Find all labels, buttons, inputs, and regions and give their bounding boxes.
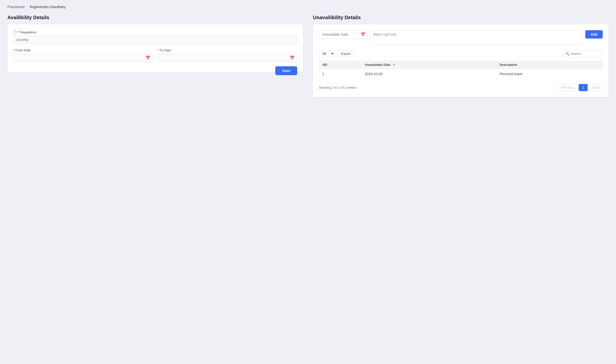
date-row: * From Date 📅 * To Date 📅 [13, 48, 297, 62]
export-button[interactable]: Export [337, 50, 355, 57]
breadcrumb-current: Raghvendra chaudhary [30, 5, 66, 9]
repetitions-label: ? * Repetitions [13, 30, 297, 34]
col-description: Description [496, 60, 603, 69]
unavailability-card: 📅 Add 25 50 100 Export 🔍 [313, 24, 609, 97]
table-header: #ID Unavailable Date ▼ Description [319, 60, 603, 69]
search-icon: 🔍 [565, 52, 570, 56]
main-layout: Availibility Details ? * Repetitions * F… [7, 15, 609, 97]
unavail-calendar-icon[interactable]: 📅 [361, 32, 366, 37]
required-star-repetitions: * [18, 30, 19, 34]
from-date-label: * From Date [13, 48, 153, 52]
unavailability-table: #ID Unavailable Date ▼ Description 1 [319, 60, 603, 79]
availability-title: Availibility Details [7, 15, 303, 20]
unavailability-description-input[interactable] [370, 30, 583, 45]
sort-icon: ▼ [393, 63, 396, 66]
breadcrumb-separator: › [27, 5, 28, 9]
unavail-date-wrapper: 📅 [319, 30, 368, 39]
per-page-select[interactable]: 25 50 100 [319, 50, 335, 57]
repetitions-input[interactable] [13, 36, 297, 44]
cell-description: Personal leave [496, 69, 603, 79]
search-wrap: 🔍 [563, 50, 603, 57]
unavailability-title: Unavailibility Details [313, 15, 609, 20]
previous-button[interactable]: Previous [558, 84, 578, 91]
to-date-group: * To Date 📅 [158, 48, 297, 62]
save-button[interactable]: Save [275, 66, 297, 75]
to-date-label: * To Date [158, 48, 297, 52]
table-row: 1 2024-10-26 Personal leave [319, 69, 603, 79]
next-button[interactable]: Next [589, 84, 603, 91]
pagination-row: Showing 1 to 1 of 1 entries Previous 1 N… [319, 84, 603, 91]
to-date-wrapper: 📅 [158, 54, 297, 62]
showing-text: Showing 1 to 1 of 1 entries [319, 86, 357, 89]
unavailability-input-row: 📅 Add [319, 30, 603, 45]
breadcrumb-practitioner[interactable]: Practitioner [7, 5, 25, 9]
col-id: #ID [319, 60, 361, 69]
add-button[interactable]: Add [585, 30, 603, 39]
unavailability-section: Unavailibility Details 📅 Add 25 50 100 E… [313, 15, 609, 97]
breadcrumb: Practitioner › Raghvendra chaudhary [7, 5, 609, 9]
repetitions-label-text: Repetitions [20, 30, 36, 34]
search-input[interactable] [571, 52, 600, 56]
from-date-input[interactable] [13, 54, 153, 62]
from-date-calendar-icon[interactable]: 📅 [146, 56, 150, 60]
table-toolbar: 25 50 100 Export 🔍 [319, 50, 603, 57]
help-icon[interactable]: ? [13, 30, 17, 34]
cell-date: 2024-10-26 [361, 69, 496, 79]
from-date-wrapper: 📅 [13, 54, 153, 62]
availability-card: ? * Repetitions * From Date 📅 [7, 24, 303, 72]
cell-id: 1 [319, 69, 361, 79]
to-date-input[interactable] [158, 54, 297, 62]
availability-section: Availibility Details ? * Repetitions * F… [7, 15, 303, 75]
table-body: 1 2024-10-26 Personal leave [319, 69, 603, 79]
page-1-button[interactable]: 1 [579, 84, 588, 91]
col-date[interactable]: Unavailable Date ▼ [361, 60, 496, 69]
to-date-calendar-icon[interactable]: 📅 [290, 56, 295, 60]
pagination-controls: Previous 1 Next [558, 84, 603, 91]
repetitions-group: ? * Repetitions [13, 30, 297, 44]
from-date-group: * From Date 📅 [13, 48, 153, 62]
